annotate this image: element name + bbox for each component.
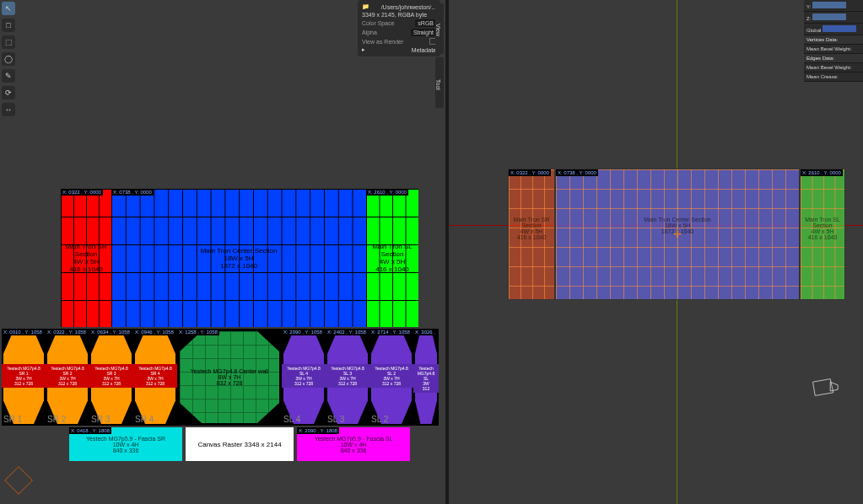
tron-center-block: X: 0738 , Y: 0000 Main Tron Center Secti…	[111, 189, 366, 327]
prop-z: Z:	[806, 16, 811, 21]
coord-uv-sl: X: 2610 , Y: 0000	[801, 169, 843, 176]
coord-sl4: X: 2090 , Y: 1058	[282, 329, 324, 335]
select-tool[interactable]: ↖	[2, 2, 15, 15]
file-path: /Users/johnweston/...	[381, 4, 436, 10]
alpha-dropdown[interactable]: Straight	[411, 29, 436, 36]
fascia-sr-block: X: 0418 , Y: 1808 Yestech MG7p5.9 - Fasc…	[69, 427, 182, 461]
tool-tab[interactable]: Tool	[435, 57, 444, 108]
right-editor: ↖ □ ⬚ ✛ ✎ 📏 ▭ ▢ ▣ ⬡ ⬢ ○ △ ▲ ◆ ◇ ● ✦ ⬚ ❐ …	[449, 0, 863, 504]
global-toggle[interactable]	[823, 25, 856, 32]
prop-global: Global	[806, 28, 821, 33]
yestech-sl1: X: 3026 , Yestech MG7p4.8SL3W312	[413, 329, 439, 426]
coord-sl2: X: 2714 , Y: 1058	[369, 329, 412, 335]
tron-sl-px: 416 x 1040	[375, 265, 409, 273]
uv-mesh[interactable]: X: 0322 , Y: 0000 Main Tron SR Section4W…	[508, 169, 845, 303]
yestech-sr1-info: Yestech MG7p4.8SR 13W x 7H312 x 728	[2, 364, 46, 388]
image-info-panel: 📁/Users/johnweston/... 3349 x 2145, RGBA…	[358, 0, 440, 56]
coord-sr4: X: 0946 , Y: 1058	[133, 329, 175, 335]
cursor-3d-icon: ✛	[673, 228, 682, 240]
metadata-label: Metadata	[412, 47, 436, 53]
center-wall-block: X: 1258 , Y: 1058 Yestech MG7p4.8 Center…	[177, 329, 282, 426]
box-select-tool[interactable]: □	[2, 19, 15, 32]
annotate-tool[interactable]: ✎	[2, 69, 15, 83]
coord-fascia-sl: X: 2090 , Y: 1808	[297, 427, 339, 434]
coord-sl3: X: 2402 , Y: 1058	[326, 329, 368, 335]
verts-header[interactable]: Vertices Data:	[804, 35, 863, 45]
left-editor: ↖ □ ⬚ ◯ ✎ ⟳ ↔ 📁/Users/johnweston/... 334…	[0, 0, 445, 504]
canvas-raster-preview[interactable]: X: 0322 , Y: 0000 Main Tron SR Section 4…	[12, 189, 442, 461]
tron-center-px: 1872 x 1040	[220, 262, 257, 270]
image-dimensions: 3349 x 2145, RGBA byte	[362, 12, 427, 18]
z-value[interactable]	[812, 13, 846, 20]
tron-sr-title: Main Tron SR Section	[61, 243, 111, 258]
lasso-tool[interactable]: ⬚	[2, 35, 15, 49]
yestech-sr1: X: 0010 , Y: 1058 Yestech MG7p4.8SR 13W …	[2, 329, 46, 426]
fascia-raster-block: Canvas Raster 3348 x 2144	[186, 427, 294, 461]
coord-tron-center: X: 0738 , Y: 0000	[111, 189, 154, 196]
y-value[interactable]	[812, 2, 846, 8]
uv-sr-block: X: 0322 , Y: 0000 Main Tron SR Section4W…	[508, 169, 555, 300]
verts-bevel[interactable]: Mean Bevel Weight:	[804, 45, 863, 54]
circle-select-tool[interactable]: ◯	[2, 52, 15, 66]
coord-tron-sl: X: 2610 , Y: 0000	[366, 189, 408, 196]
coord-uv-center: X: 0738 , Y: 0000	[556, 169, 598, 176]
coord-sr3: X: 0634 , Y: 1058	[89, 329, 132, 335]
edges-header[interactable]: Edges Data:	[804, 54, 863, 63]
edges-bevel[interactable]: Mean Bevel Weight:	[804, 63, 863, 72]
prop-y: Y:	[806, 4, 811, 9]
coord-sl1: X: 3026 ,	[413, 329, 437, 335]
coord-centerwall: X: 1258 , Y: 1058	[177, 329, 219, 335]
coord-sr1: X: 0010 , Y: 1058	[2, 329, 44, 335]
left-toolbar: ↖ □ ⬚ ◯ ✎ ⟳ ↔	[2, 2, 17, 116]
mean-crease[interactable]: Mean Crease:	[804, 72, 863, 82]
view-render-label: View as Render	[362, 39, 403, 45]
yestech-sr2: X: 0322 , Y: 1058 Yestech MG7p4.8SR 23W …	[46, 329, 89, 426]
coord-uv-sr: X: 0322 , Y: 0000	[509, 169, 551, 176]
tron-sr-block: X: 0322 , Y: 0000 Main Tron SR Section 4…	[61, 189, 111, 327]
coord-fascia-sr: X: 0418 , Y: 1808	[69, 427, 111, 434]
tron-center-title: Main Tron Center Section	[201, 247, 278, 255]
tron-sl-block: X: 2610 , Y: 0000 Main Tron SL Section 4…	[366, 189, 418, 327]
yestech-sl2: X: 2714 , Y: 1058 Yestech MG7p4.8SL 23W …	[369, 329, 413, 426]
camera-gizmo[interactable]	[809, 376, 839, 403]
yestech-sl3: X: 2402 , Y: 1058 Yestech MG7p4.8SL 33W …	[326, 329, 369, 426]
alpha-label: Alpha	[362, 29, 377, 35]
origin-marker	[4, 466, 33, 495]
yestech-sl4: X: 2090 , Y: 1058 Yestech MG7p4.8SL 43W …	[282, 329, 326, 426]
tron-sr-px: 416 x 1040	[69, 265, 103, 273]
tron-sl-title: Main Tron SL Section	[366, 243, 418, 258]
tron-center-dims: 18W x 5H	[224, 255, 253, 262]
coord-tron-sr: X: 0322 , Y: 0000	[61, 189, 103, 196]
rotate-tool[interactable]: ⟳	[2, 86, 15, 99]
view-tab[interactable]: View	[435, 3, 444, 54]
uv-sl-block: X: 2610 , Y: 0000 Main Tron SL Section4W…	[800, 169, 845, 300]
yestech-sr4: X: 0946 , Y: 1058 Yestech MG7p4.8SR 43W …	[133, 329, 177, 426]
metadata-expand[interactable]: ▸	[362, 46, 365, 53]
uv-center-block: X: 0738 , Y: 0000 Main Tron Center Secti…	[555, 169, 800, 300]
folder-icon: 📁	[362, 3, 369, 10]
fascia-sl-block: X: 2090 , Y: 1808 Yestech MG7p5.9 - Fasc…	[297, 427, 410, 461]
properties-panel: Y: Z: Global Vertices Data: Mean Bevel W…	[804, 0, 863, 82]
color-space-dropdown[interactable]: sRGB	[415, 19, 436, 27]
coord-sr2: X: 0322 , Y: 1058	[46, 329, 88, 335]
yestech-sr3: X: 0634 , Y: 1058 Yestech MG7p4.8SR 33W …	[89, 329, 133, 426]
tron-sl-dims: 4W x 5H	[380, 258, 406, 265]
color-space-label: Color Space	[362, 20, 395, 26]
move-tool[interactable]: ↔	[2, 103, 15, 116]
tron-sr-dims: 4W x 5H	[73, 258, 100, 265]
